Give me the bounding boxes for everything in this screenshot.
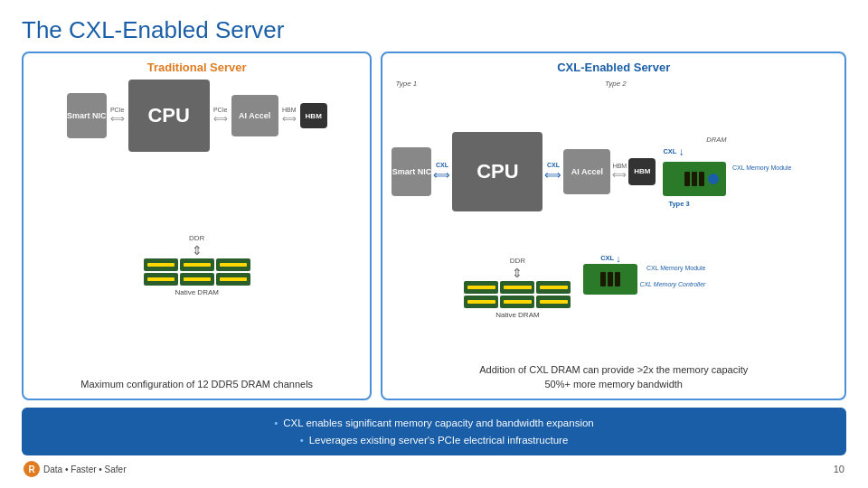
mem-chip <box>500 296 534 308</box>
traditional-caption: Maximum configuration of 12 DDR5 DRAM ch… <box>33 378 361 391</box>
cxl-caption-line1: Addition of CXL DRAM can provide >2x the… <box>479 364 748 375</box>
mem-chip <box>464 281 498 294</box>
cxl-right-modules: DRAM CXL ↓ <box>663 136 726 208</box>
cxl-mem-module-wrapper2: CXL Memory Module CXL Memory Controller <box>583 264 637 295</box>
cxl-caption-line2: 50%+ more memory bandwidth <box>544 379 683 389</box>
cxl-mem-module-2 <box>583 264 637 295</box>
cxl-caption: Addition of CXL DRAM can provide >2x the… <box>392 363 835 391</box>
cxl-mem-module-1 <box>663 162 726 196</box>
cxl2-arrow: CXL ⟺ <box>544 162 561 182</box>
mem-chip <box>180 258 214 271</box>
brand-text: Data • Faster • Safer <box>43 465 126 474</box>
dram-label: DRAM <box>663 136 726 144</box>
mem-chip <box>216 258 250 271</box>
cxl3-label: CXL <box>663 147 676 155</box>
brand-section: R Data • Faster • Safer <box>24 461 126 477</box>
bottom-bar: R Data • Faster • Safer 10 <box>22 461 846 477</box>
traditional-cpu: CPU <box>128 80 210 152</box>
cxl-mem-module2-label: CXL Memory Module <box>646 264 706 272</box>
page-number: 10 <box>834 464 844 474</box>
native-dram-label: Native DRAM <box>175 288 218 296</box>
cxl-main-row: Smart NIC CXL ⟺ CPU CXL ⟺ <box>392 132 835 211</box>
cxl-mem-row-2 <box>464 296 571 308</box>
cxl-hbm-arrow: HBM ⟺ <box>612 163 627 181</box>
brand-logo: R <box>24 461 40 477</box>
mem-chip <box>464 296 498 308</box>
page-title: The CXL-Enabled Server <box>22 16 846 44</box>
cxl-aiaccel: AI Accel <box>563 149 610 194</box>
cxl-hbm: HBM <box>628 158 656 185</box>
cxl1-arrow: CXL ⟺ <box>433 162 450 182</box>
traditional-server-box: Traditional Server Smart NIC PCIe ⟺ <box>22 52 372 400</box>
cxl-diagram: Type 1 Type 2 Smart NIC CXL ⟺ <box>392 80 835 391</box>
cxl-bottom-module-section: CXL ↓ CXL Me <box>583 253 637 295</box>
pcie2-arrow: PCIe ⟺ <box>213 107 228 125</box>
cxl-server-title: CXL-Enabled Server <box>392 61 835 74</box>
mem-chip <box>144 273 178 286</box>
traditional-ddr-section: DDR ⇕ Native DRA <box>33 234 361 296</box>
footer-banner: CXL enables significant memory capacity … <box>22 408 846 455</box>
mem-chip <box>500 281 534 294</box>
mem-chip <box>180 273 214 286</box>
cxl-native-dram-label: Native DRAM <box>495 311 539 319</box>
cxl-mem-module-wrapper1: CXL Memory Module <box>663 162 726 196</box>
traditional-top-row: Smart NIC PCIe ⟺ CPU PCIe ⟺ <box>33 80 361 152</box>
main-content: Traditional Server Smart NIC PCIe ⟺ <box>22 52 846 400</box>
type2-label: Type 2 <box>605 80 627 88</box>
cxl-ddr-section: DDR ⇕ <box>464 257 571 319</box>
cxl-mem-module1-label: CXL Memory Module <box>732 164 792 172</box>
traditional-diagram: Smart NIC PCIe ⟺ CPU PCIe ⟺ <box>33 80 361 391</box>
cxl4-label: CXL <box>600 254 614 262</box>
hbm-arrow: HBM ⟺ <box>282 107 297 125</box>
cxl-memory-modules <box>464 281 571 308</box>
type3-label: Type 3 <box>668 200 689 208</box>
mem-row-1 <box>144 258 250 271</box>
cxl-smartnic: Smart NIC <box>392 147 431 196</box>
mem-chip <box>144 258 178 271</box>
traditional-server-title: Traditional Server <box>33 61 361 74</box>
cxl-cpu: CPU <box>452 132 542 211</box>
traditional-memory-modules <box>144 258 250 286</box>
cxl-mem-controller-label: CXL Memory Controller <box>639 280 705 288</box>
mem-row-2 <box>144 273 250 286</box>
cxl-bottom-row: DDR ⇕ <box>392 253 835 319</box>
cxl-server-box: CXL-Enabled Server Type 1 Type 2 Smart N… <box>381 52 846 400</box>
type1-label: Type 1 <box>395 80 417 88</box>
cxl-mem-row-1 <box>464 281 571 294</box>
footer-item-1: CXL enables significant memory capacity … <box>40 415 828 431</box>
page: The CXL-Enabled Server Traditional Serve… <box>0 0 868 488</box>
traditional-smartnic: Smart NIC <box>67 93 107 138</box>
footer-list: CXL enables significant memory capacity … <box>40 415 828 448</box>
mem-chip <box>536 296 571 308</box>
footer-item-2: Leverages existing server's PCIe electri… <box>40 432 828 448</box>
traditional-hbm: HBM <box>300 103 327 128</box>
mem-chip <box>216 273 250 286</box>
traditional-aiaccel: AI Accel <box>231 95 278 136</box>
mem-chip <box>536 281 571 294</box>
pcie1-arrow: PCIe ⟺ <box>110 107 125 125</box>
